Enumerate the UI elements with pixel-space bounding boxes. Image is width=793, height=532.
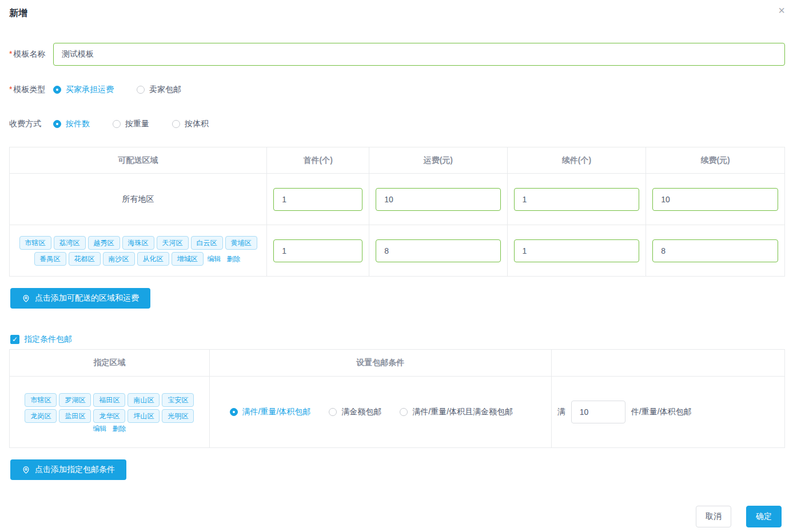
region-tag[interactable]: 市辖区 — [19, 236, 51, 250]
add-shipping-template-dialog: 新增 × *模板名称 *模板类型 买家承担运费 卖家包邮 — [0, 0, 793, 532]
radio-seller-free-shipping[interactable]: 卖家包邮 — [137, 85, 181, 95]
region-tag[interactable]: 番禺区 — [34, 252, 66, 266]
col-header-first-qty: 首件(个) — [267, 147, 369, 174]
radio-unchecked-icon — [113, 120, 121, 128]
region-tag[interactable]: 天河区 — [157, 236, 189, 250]
location-pin-icon — [22, 294, 30, 303]
region-tag[interactable]: 罗湖区 — [59, 393, 91, 407]
charge-method-label: 收费方式 — [9, 119, 53, 129]
region-tag[interactable]: 光明区 — [162, 409, 194, 423]
designated-region-tags-cell: 市辖区罗湖区福田区南山区宝安区龙岗区盐田区龙华区坪山区光明区编辑删除 — [10, 377, 210, 448]
dialog-header: 新增 × — [0, 0, 793, 21]
charge-method-row: 收费方式 按件数 按重量 按体积 — [9, 119, 785, 129]
add-free-shipping-condition-button[interactable]: 点击添加指定包邮条件 — [10, 459, 126, 480]
threshold-suffix: 件/重量/体积包邮 — [631, 407, 692, 417]
region-tag[interactable]: 宝安区 — [162, 393, 194, 407]
col-header-condition: 设置包邮条件 — [209, 350, 551, 377]
edit-link[interactable]: 编辑 — [93, 425, 106, 433]
next-qty-input[interactable] — [514, 188, 640, 211]
shipping-fee-table: 可配送区域 首件(个) 运费(元) 续件(个) 续费(元) 所有地区 — [9, 147, 785, 277]
checkbox-label: 指定条件包邮 — [24, 334, 72, 345]
col-header-designated-region: 指定区域 — [10, 350, 210, 377]
location-pin-icon — [22, 466, 30, 474]
free-shipping-table: 指定区域 设置包邮条件 市辖区罗湖区福田区南山区宝安区龙岗区盐田区龙华区坪山区光… — [9, 349, 785, 448]
region-tag[interactable]: 黄埔区 — [225, 236, 257, 250]
region-tag[interactable]: 荔湾区 — [54, 236, 86, 250]
region-tag[interactable]: 盐田区 — [59, 409, 91, 423]
region-tag[interactable]: 越秀区 — [88, 236, 120, 250]
col-header-blank — [551, 350, 784, 377]
edit-link[interactable]: 编辑 — [208, 255, 221, 263]
threshold-prefix: 满 — [557, 407, 565, 417]
threshold-value-input[interactable] — [571, 401, 625, 423]
radio-by-piece[interactable]: 按件数 — [53, 119, 90, 129]
radio-checked-icon — [53, 86, 61, 94]
confirm-button[interactable]: 确定 — [746, 506, 782, 527]
checkbox-checked-icon[interactable]: ✓ — [10, 335, 19, 344]
radio-amount-free[interactable]: 满金额包邮 — [329, 407, 381, 417]
region-tag[interactable]: 龙岗区 — [25, 409, 57, 423]
region-tag[interactable]: 白云区 — [191, 236, 223, 250]
first-qty-input[interactable] — [273, 239, 362, 262]
radio-checked-icon — [53, 120, 61, 128]
free-shipping-table-wrap: 指定区域 设置包邮条件 市辖区罗湖区福田区南山区宝安区龙岗区盐田区龙华区坪山区光… — [9, 349, 785, 448]
template-type-radio-group: 买家承担运费 卖家包邮 — [53, 85, 181, 95]
col-header-next-fee: 续费(元) — [646, 147, 785, 174]
region-tag[interactable]: 从化区 — [137, 252, 169, 266]
region-tag[interactable]: 海珠区 — [122, 236, 154, 250]
radio-unchecked-icon — [137, 86, 145, 94]
free-shipping-header-row: 指定区域 设置包邮条件 — [10, 350, 785, 377]
required-asterisk: * — [9, 49, 12, 58]
region-tag[interactable]: 花都区 — [69, 252, 101, 266]
next-fee-input[interactable] — [652, 188, 778, 211]
radio-unchecked-icon — [329, 408, 337, 416]
required-asterisk: * — [9, 85, 12, 94]
template-name-label: *模板名称 — [9, 49, 53, 59]
radio-by-volume[interactable]: 按体积 — [172, 119, 209, 129]
radio-unchecked-icon — [400, 408, 408, 416]
dialog-title: 新增 — [9, 8, 27, 18]
region-tag[interactable]: 市辖区 — [25, 393, 57, 407]
template-type-row: *模板类型 买家承担运费 卖家包邮 — [9, 85, 785, 95]
region-tag[interactable]: 南沙区 — [103, 252, 135, 266]
table-row-all-regions: 所有地区 — [10, 174, 785, 225]
radio-unchecked-icon — [172, 120, 180, 128]
condition-radio-group: 满件/重量/体积包邮 满金额包邮 满件/重量/体积且满金额包邮 — [210, 407, 551, 417]
threshold-cell: 满 件/重量/体积包邮 — [551, 377, 784, 448]
region-tag[interactable]: 龙华区 — [93, 409, 125, 423]
col-header-region: 可配送区域 — [10, 147, 267, 174]
radio-by-weight[interactable]: 按重量 — [113, 119, 149, 129]
region-cell: 所有地区 — [10, 174, 267, 225]
charge-method-radio-group: 按件数 按重量 按体积 — [53, 119, 209, 129]
add-region-fee-button[interactable]: 点击添加可配送的区域和运费 — [10, 288, 150, 309]
delete-link[interactable]: 删除 — [227, 255, 241, 263]
table-row-custom-regions: 市辖区荔湾区越秀区海珠区天河区白云区黄埔区番禺区花都区南沙区从化区增城区编辑删除 — [10, 225, 785, 277]
template-name-input[interactable] — [53, 43, 785, 66]
dialog-footer: 取消 确定 — [696, 506, 782, 527]
next-fee-input[interactable] — [652, 239, 778, 262]
template-name-row: *模板名称 — [9, 43, 785, 66]
close-icon[interactable]: × — [778, 5, 785, 16]
cancel-button[interactable]: 取消 — [696, 506, 731, 527]
next-qty-input[interactable] — [514, 239, 640, 262]
delete-link[interactable]: 删除 — [112, 425, 126, 433]
region-tag[interactable]: 福田区 — [93, 393, 125, 407]
template-type-label: *模板类型 — [9, 85, 53, 95]
radio-buyer-pays-shipping[interactable]: 买家承担运费 — [53, 85, 114, 95]
region-tag[interactable]: 南山区 — [127, 393, 160, 407]
conditional-free-shipping-toggle[interactable]: ✓ 指定条件包邮 — [10, 334, 785, 345]
free-shipping-row: 市辖区罗湖区福田区南山区宝安区龙岗区盐田区龙华区坪山区光明区编辑删除 满件/重量… — [10, 377, 785, 448]
shipping-table-header-row: 可配送区域 首件(个) 运费(元) 续件(个) 续费(元) — [10, 147, 785, 174]
fee-input[interactable] — [376, 239, 500, 262]
dialog-body: *模板名称 *模板类型 买家承担运费 卖家包邮 收 — [0, 43, 793, 480]
region-tag[interactable]: 增城区 — [172, 252, 204, 266]
col-header-fee: 运费(元) — [369, 147, 507, 174]
fee-input[interactable] — [376, 188, 500, 211]
radio-qty-and-amount-free[interactable]: 满件/重量/体积且满金额包邮 — [400, 407, 513, 417]
radio-qty-weight-volume-free[interactable]: 满件/重量/体积包邮 — [230, 407, 311, 417]
shipping-fee-table-wrap: 可配送区域 首件(个) 运费(元) 续件(个) 续费(元) 所有地区 — [9, 147, 785, 277]
col-header-next-qty: 续件(个) — [507, 147, 646, 174]
condition-radio-cell: 满件/重量/体积包邮 满金额包邮 满件/重量/体积且满金额包邮 — [209, 377, 551, 448]
first-qty-input[interactable] — [273, 188, 362, 211]
region-tag[interactable]: 坪山区 — [127, 409, 160, 423]
